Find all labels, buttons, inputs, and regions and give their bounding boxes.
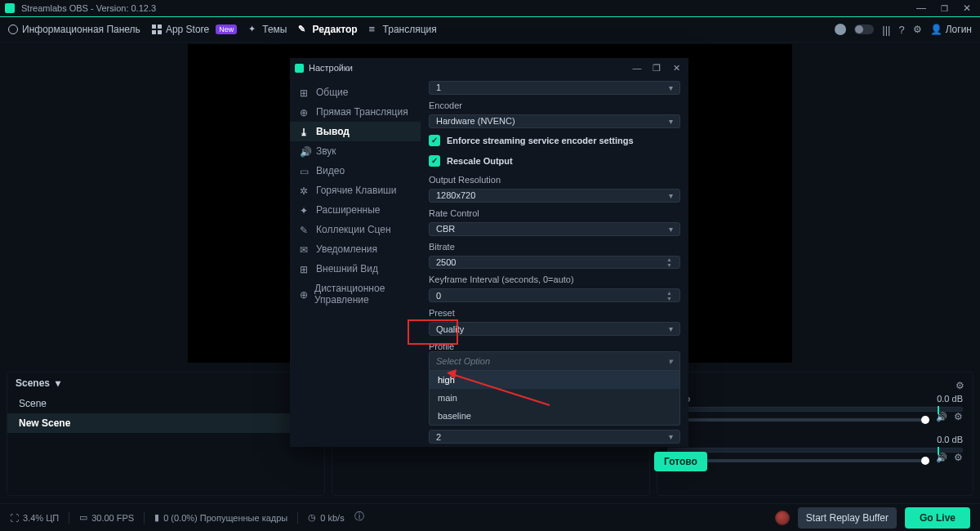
track-value: 1 <box>436 83 441 92</box>
record-button[interactable] <box>775 511 790 525</box>
settings-tab-appearance[interactable]: ⊞Внешний Вид <box>290 259 421 279</box>
profile-option-high[interactable]: high <box>430 371 679 389</box>
settings-tab-general[interactable]: ⊞Общие <box>290 83 421 102</box>
settings-tab-video[interactable]: ▭Видео <box>290 161 421 181</box>
last-select[interactable]: 2 ▾ <box>429 430 680 444</box>
chevron-down-icon: ▾ <box>669 225 673 234</box>
keyframe-label: Keyframe Interval (seconds, 0=auto) <box>429 274 680 284</box>
hotkeys-icon: ✲ <box>300 185 310 195</box>
avatar-icon[interactable] <box>835 24 846 35</box>
nav-editor[interactable]: Редактор <box>298 24 357 35</box>
status-cpu: ⛶ 3.4% ЦП <box>10 513 59 523</box>
slider-knob[interactable] <box>921 457 929 465</box>
nav-themes[interactable]: Темы <box>248 24 287 35</box>
mixer-track: 0.0 dB 🔊 <box>667 435 963 464</box>
status-bar: ⛶ 3.4% ЦП ▭ 30.00 FPS ▮ 0 (0.0%) Пропуще… <box>0 503 980 531</box>
close-button[interactable]: ✕ <box>959 2 975 14</box>
profile-option-baseline[interactable]: baseline <box>430 407 679 425</box>
ratecontrol-select[interactable]: CBR ▾ <box>429 222 680 236</box>
encoder-select[interactable]: Hardware (NVENC) ▾ <box>429 114 680 128</box>
audio-icon: 🔊 <box>300 146 310 156</box>
settings-tab-notifications[interactable]: ✉Уведомления <box>290 239 421 259</box>
settings-tab-label: Вывод <box>316 126 350 137</box>
night-mode-toggle[interactable] <box>854 25 874 34</box>
nav-themes-label: Темы <box>262 24 287 35</box>
rescale-checkbox-row[interactable]: ✓ Rescale Output <box>429 153 680 169</box>
status-info-icon[interactable] <box>354 511 364 524</box>
settings-tab-label: Внешний Вид <box>316 263 378 274</box>
go-live-button[interactable]: Go Live <box>905 507 970 529</box>
scene-item[interactable]: Scene <box>7 394 324 413</box>
notifications-icon: ✉ <box>300 244 310 254</box>
bitrate-label: Bitrate <box>429 242 680 252</box>
resolution-label: Output Resolution <box>429 175 680 185</box>
status-bitrate: ◷ 0 kb/s <box>308 512 344 523</box>
maximize-button[interactable]: ❐ <box>936 4 952 13</box>
nav-broadcast[interactable]: Трансляция <box>369 24 437 35</box>
settings-tab-audio[interactable]: 🔊Звук <box>290 141 421 161</box>
scene-item[interactable]: New Scene <box>7 413 324 433</box>
minimize-button[interactable]: — <box>913 2 929 14</box>
dashboard-icon <box>8 25 18 34</box>
settings-tab-label: Видео <box>316 165 345 176</box>
nav-appstore[interactable]: App Store New <box>152 24 237 35</box>
bitrate-value: 2500 <box>436 257 456 267</box>
help-icon[interactable]: ? <box>899 24 905 36</box>
user-icon: 👤 <box>930 24 942 35</box>
rescale-label: Rescale Output <box>447 156 513 166</box>
ratecontrol-label: Rate Control <box>429 208 680 218</box>
nav-dashboard[interactable]: Информационная Панель <box>8 24 140 35</box>
mixer-level-bar <box>667 407 963 412</box>
preset-select[interactable]: Quality ▾ <box>429 322 680 336</box>
spinner-icon[interactable]: ▲▼ <box>666 258 676 267</box>
scenes-panel: Scenes ▾ Scene New Scene <box>7 372 325 496</box>
bitrate-input[interactable]: 2500 ▲▼ <box>429 256 680 270</box>
mixer-track-level: 0.0 dB <box>937 394 963 404</box>
settings-icon[interactable] <box>913 24 922 36</box>
settings-close-button[interactable]: ✕ <box>669 63 684 74</box>
window-titlebar: Streamlabs OBS - Version: 0.12.3 — ❐ ✕ <box>0 0 980 16</box>
settings-maximize-button[interactable]: ❐ <box>649 63 664 74</box>
mixer-settings-icon[interactable] <box>956 381 964 392</box>
resolution-value: 1280x720 <box>436 190 475 200</box>
settings-tab-stream[interactable]: ⊕Прямая Трансляция <box>290 102 421 122</box>
nav-editor-label: Редактор <box>312 24 357 35</box>
done-button[interactable]: Готово <box>654 452 707 471</box>
checkbox-checked-icon: ✓ <box>429 135 440 146</box>
resolution-select[interactable]: 1280x720 ▾ <box>429 189 680 203</box>
track-settings-icon[interactable] <box>954 412 963 423</box>
enforce-checkbox-row[interactable]: ✓ Enforce streaming service encoder sett… <box>429 132 680 149</box>
login-label: Логин <box>946 24 972 35</box>
replay-buffer-button[interactable]: Start Replay Buffer <box>798 507 897 529</box>
chevron-down-icon[interactable]: ▾ <box>56 377 60 389</box>
spinner-icon[interactable]: ▲▼ <box>666 291 676 300</box>
profile-select[interactable]: Select Option ▾ <box>429 351 680 371</box>
mixer-volume-slider[interactable] <box>667 418 924 422</box>
nav-dashboard-label: Информационная Панель <box>22 24 140 35</box>
keyframe-input[interactable]: 0 ▲▼ <box>429 288 680 302</box>
status-dropped-label: 0 (0.0%) Пропущенные кадры <box>163 513 287 523</box>
settings-tab-remote[interactable]: ⊕Дистанционное Управление <box>290 279 421 310</box>
slider-knob[interactable] <box>921 416 929 424</box>
layout-toggle-icon[interactable]: ||| <box>882 24 890 36</box>
profile-label: Profile <box>429 341 680 351</box>
settings-tab-label: Звук <box>316 145 336 157</box>
track-select[interactable]: 1 ▾ <box>429 81 680 95</box>
chevron-down-icon: ▾ <box>669 117 673 126</box>
settings-tab-collections[interactable]: ✎Коллекции Сцен <box>290 220 421 239</box>
status-fps-label: 30.00 FPS <box>91 513 134 523</box>
settings-tab-output[interactable]: ⤓Вывод <box>290 122 421 141</box>
settings-minimize-button[interactable]: — <box>630 63 644 73</box>
track-settings-icon[interactable] <box>954 453 963 464</box>
chevron-down-icon: ▾ <box>669 83 673 92</box>
settings-tab-hotkeys[interactable]: ✲Горячие Клавиши <box>290 181 421 200</box>
chevron-down-icon: ▾ <box>669 324 673 333</box>
login-button[interactable]: 👤 Логин <box>930 24 972 35</box>
settings-form: 1 ▾ Encoder Hardware (NVENC) ▾ ✓ Enforce… <box>421 78 688 447</box>
encoder-label: Encoder <box>429 100 680 110</box>
dropped-icon: ▮ <box>154 512 159 523</box>
profile-option-main[interactable]: main <box>430 389 679 407</box>
appearance-icon: ⊞ <box>300 264 310 274</box>
mixer-level-bar <box>667 448 963 453</box>
settings-tab-advanced[interactable]: ✦Расширенные <box>290 200 421 220</box>
